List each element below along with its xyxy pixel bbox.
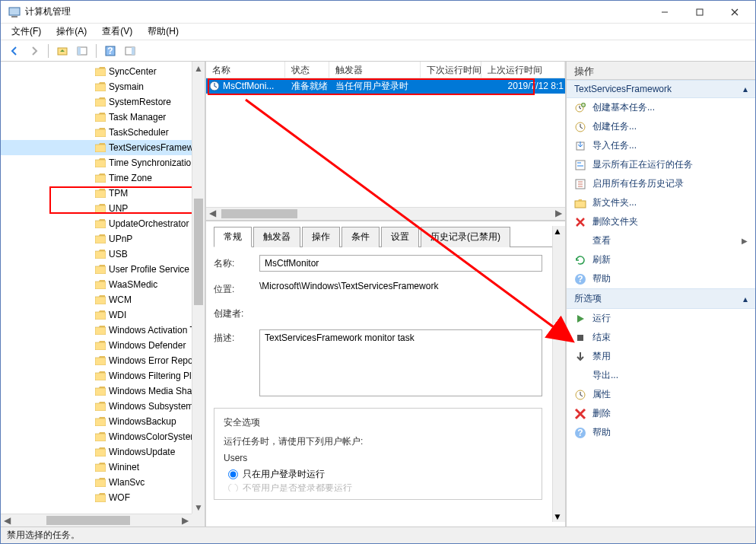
action-新文件夹-[interactable]: 新文件夹... [567,193,755,212]
scrollbar-thumb[interactable] [194,199,203,305]
tree-item-windowscolorsystem[interactable]: WindowsColorSystem [1,429,192,444]
tree-item-upnp[interactable]: UPnP [1,231,192,247]
action-删除[interactable]: 删除 [567,404,755,423]
action-刷新[interactable]: 刷新 [567,250,755,269]
action-查看[interactable]: 查看▶ [567,231,755,250]
tree-item-windows-filtering-platform[interactable]: Windows Filtering Platform [1,368,192,383]
col-trigger[interactable]: 触发器 [329,62,421,78]
tree-item-user-profile-service[interactable]: User Profile Service [1,262,192,277]
tree-item-windows-media-sharing[interactable]: Windows Media Sharing [1,383,192,399]
detail-vertical-scrollbar[interactable]: ▲ ▼ [552,226,565,522]
action-导入任务-[interactable]: 导入任务... [567,136,755,155]
collapse-icon: ▴ [743,294,748,304]
action-删除文件夹[interactable]: 删除文件夹 [567,212,755,231]
scroll-down-icon[interactable]: ▼ [553,511,565,522]
scroll-up-icon[interactable]: ▲ [553,226,565,237]
action-禁用[interactable]: 禁用 [567,347,755,366]
menu-view[interactable]: 查看(V) [96,24,138,40]
action-启用所有任务历史记录[interactable]: 启用所有任务历史记录 [567,174,755,193]
tree-item-waasmedic[interactable]: WaaSMedic [1,277,192,292]
menu-action[interactable]: 操作(A) [50,24,93,40]
tree-item-wof[interactable]: WOF [1,490,192,505]
close-button[interactable] [717,1,752,23]
tree-item-wininet[interactable]: Wininet [1,460,192,475]
col-last[interactable]: 上次运行时间 [481,62,565,78]
tree-item-tpm[interactable]: TPM [1,186,192,201]
folder-icon [95,432,106,441]
menu-file[interactable]: 文件(F) [5,24,47,40]
tree-item-usb[interactable]: USB [1,247,192,262]
col-name[interactable]: 名称 [206,62,285,78]
task-desc-field[interactable] [259,329,542,396]
action-创建任务-[interactable]: 创建任务... [567,117,755,136]
tree-item-wcm[interactable]: WCM [1,292,192,307]
tree-item-synccenter[interactable]: SyncCenter [1,64,192,79]
tree-item-label: TextServicesFramework [109,142,192,153]
task-location-value: \Microsoft\Windows\TextServicesFramework [259,281,542,291]
action-section-1[interactable]: TextServicesFramework ▴ [567,80,755,98]
maximize-button[interactable] [682,1,717,23]
tab-conditions[interactable]: 条件 [341,227,380,247]
tree-item-sysmain[interactable]: Sysmain [1,79,192,94]
tree-item-windowsbackup[interactable]: WindowsBackup [1,414,192,429]
tree-item-systemrestore[interactable]: SystemRestore [1,94,192,110]
col-next[interactable]: 下次运行时间 [421,62,481,78]
list-horizontal-scrollbar[interactable]: ◀ ▶ [206,207,565,220]
tree-item-windows-activation-technologies[interactable]: Windows Activation Technologies [1,323,192,338]
tree-item-task-manager[interactable]: Task Manager [1,110,192,125]
tab-general[interactable]: 常规 [214,227,252,247]
svg-rect-0 [9,8,20,15]
tab-actions[interactable]: 操作 [302,227,340,247]
action-pane-button[interactable] [121,43,139,59]
action-显示所有正在运行的任务[interactable]: 显示所有正在运行的任务 [567,155,755,174]
help-button[interactable]: ? [101,43,119,59]
back-button[interactable] [5,43,24,59]
tree-item-wlansvc[interactable]: WlanSvc [1,475,192,490]
scroll-up-icon[interactable]: ▲ [192,62,205,75]
tab-history[interactable]: 历史记录(已禁用) [421,227,510,247]
scrollbar-thumb[interactable] [553,237,565,389]
folder-icon [95,234,106,243]
scrollbar-thumb[interactable] [46,516,130,525]
tree-horizontal-scrollbar[interactable]: ◀ ▶ [1,514,192,527]
tree-item-label: Windows Error Reporting [109,355,192,366]
tree-item-wdi[interactable]: WDI [1,307,192,323]
minimize-button[interactable] [647,1,682,23]
menu-help[interactable]: 帮助(H) [141,24,185,40]
tree-item-time-zone[interactable]: Time Zone [1,170,192,186]
action-运行[interactable]: 运行 [567,309,755,328]
tree-item-windowsupdate[interactable]: WindowsUpdate [1,444,192,460]
security-group: 安全选项 运行任务时，请使用下列用户帐户: Users 只在用户登录时运行 不管… [214,408,542,500]
tree-item-windows-subsystem-for-linux[interactable]: Windows Subsystem For Linux [1,399,192,414]
action-属性[interactable]: 属性 [567,385,755,404]
tree-item-windows-error-reporting[interactable]: Windows Error Reporting [1,353,192,368]
scrollbar-thumb[interactable] [221,209,297,218]
task-name-field[interactable] [259,255,542,272]
tree-vertical-scrollbar[interactable]: ▲ ▼ [192,62,205,514]
tree-item-time-synchronization[interactable]: Time Synchronization [1,155,192,170]
scroll-down-icon[interactable]: ▼ [192,501,205,514]
tab-settings[interactable]: 设置 [381,227,419,247]
radio-logged-on[interactable] [228,469,238,479]
radio-any[interactable] [228,484,238,492]
tree-item-textservicesframework[interactable]: TextServicesFramework [1,140,192,155]
action-结束[interactable]: 结束 [567,328,755,347]
tree-item-taskscheduler[interactable]: TaskScheduler [1,125,192,140]
scroll-right-icon[interactable]: ▶ [179,514,192,527]
scroll-left-icon[interactable]: ◀ [1,514,14,527]
tree-item-unp[interactable]: UNP [1,201,192,216]
action-section-2[interactable]: 所选项 ▴ [567,288,755,309]
action-创建基本任务-[interactable]: 创建基本任务... [567,98,755,117]
up-button[interactable] [53,43,71,59]
show-hide-tree-button[interactable] [73,43,91,59]
tree-item-windows-defender[interactable]: Windows Defender [1,338,192,353]
action-导出-[interactable]: 导出... [567,366,755,385]
action-帮助[interactable]: ?帮助 [567,423,755,442]
task-row[interactable]: MsCtfMoni... 准备就绪 当任何用户登录时 2019/7/12 8:1 [206,78,565,94]
action-帮助[interactable]: ?帮助 [567,269,755,288]
forward-button[interactable] [25,43,43,59]
action-label: 运行 [592,312,611,325]
tab-triggers[interactable]: 触发器 [253,227,300,247]
col-status[interactable]: 状态 [285,62,329,78]
tree-item-updateorchestrator[interactable]: UpdateOrchestrator [1,216,192,231]
